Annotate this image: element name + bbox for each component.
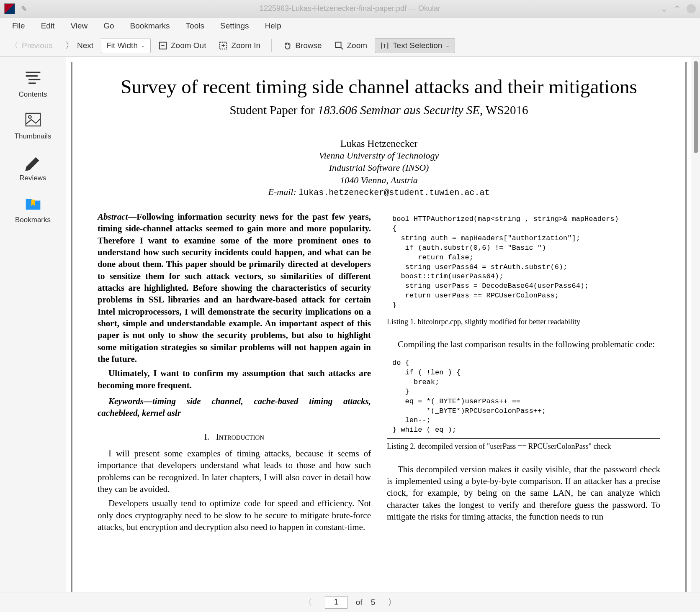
sidebar-item-bookmarks[interactable]: Bookmarks [0,188,66,230]
page-total: 5 [371,598,376,607]
right-column: bool HTTPAuthorized(map<string , string>… [387,211,660,533]
svg-rect-14 [26,113,40,126]
text-selection-button[interactable]: T Text Selection ⌄ [375,38,455,53]
sidebar-item-label: Contents [18,90,47,99]
keywords: Keywords—timing side channel, cache-base… [98,395,371,419]
minimize-icon[interactable]: ⌄ [661,4,668,14]
right-p1: Compiling the last comparison results in… [387,338,660,350]
svg-point-15 [28,115,31,118]
doc-columns: Abstract—Following information security … [98,211,660,533]
previous-button: 〈 Previous [5,37,58,54]
contents-icon [22,69,44,87]
vertical-scrollbar[interactable] [692,57,700,592]
doc-email: E-mail: lukas.hetzenecker@student.tuwien… [98,187,660,197]
menubar: File Edit View Go Bookmarks Tools Settin… [0,18,700,34]
menu-view[interactable]: View [62,19,95,33]
main-area: Contents Thumbnails Reviews Bookmarks Su… [0,57,700,592]
pdf-page[interactable]: Survey of recent timing side channel att… [71,62,687,592]
menu-settings[interactable]: Settings [212,19,257,33]
section-heading: I. Introduction [98,431,371,443]
sidebar-item-label: Bookmarks [15,216,51,224]
listing-1-caption: Listing 1. bitcoinrpc.cpp, slightly modi… [387,317,660,327]
next-button[interactable]: 〉 Next [60,37,98,54]
window-controls: ⌄ ⌃ [661,4,696,14]
thumbnails-icon [22,110,44,129]
listing-2-caption: Listing 2. decompiled version of "userPa… [387,441,660,451]
app-icon [4,3,15,14]
sidebar-item-reviews[interactable]: Reviews [0,146,66,188]
reviews-icon [22,152,44,171]
zoom-button[interactable]: Zoom [329,38,373,53]
zoom-out-icon [158,41,167,50]
chevron-down-icon: ⌄ [141,43,145,49]
svg-rect-5 [335,42,341,47]
svg-line-6 [341,47,343,49]
window-title: 1225963-Lukas-Hetzenecker-final-paper.pd… [260,4,440,13]
page-number-input[interactable] [325,596,347,609]
titlebar: ✎ 1225963-Lukas-Hetzenecker-final-paper.… [0,0,700,18]
doc-affiliation: Vienna University of Technology Industri… [98,149,660,187]
sidebar-item-label: Reviews [19,174,46,182]
page-navigator: 〈 of 5 〉 [0,592,700,612]
intro-p2: Developers usually tend to optimize code… [98,497,371,533]
menu-tools[interactable]: Tools [178,19,212,33]
right-p2: This decompiled version makes it easily … [387,463,660,523]
left-column: Abstract—Following information security … [98,211,371,533]
zoom-mode-dropdown[interactable]: Fit Width ⌄ [101,38,151,53]
menu-help[interactable]: Help [257,19,289,33]
pin-icon[interactable]: ✎ [21,4,27,13]
toolbar-separator [271,39,272,52]
close-icon[interactable] [687,4,696,13]
toolbar: 〈 Previous 〉 Next Fit Width ⌄ Zoom Out Z… [0,34,700,57]
zoom-in-icon [219,41,228,50]
doc-subtitle: Student Paper for 183.606 Seminar aus Se… [98,103,660,117]
sidebar-item-thumbnails[interactable]: Thumbnails [0,105,66,146]
chevron-right-icon: 〉 [65,40,74,51]
hand-icon [283,41,292,50]
menu-edit[interactable]: Edit [33,19,63,33]
bookmarks-icon [22,194,44,213]
chevron-left-icon: 〈 [10,40,18,51]
sidebar-item-label: Thumbnails [15,132,51,141]
menu-go[interactable]: Go [95,19,122,33]
scroll-thumb[interactable] [694,61,698,153]
listing-1: bool HTTPAuthorized(map<string , string>… [387,211,660,314]
doc-author: Lukas Hetzenecker [98,138,660,149]
menu-file[interactable]: File [4,19,33,33]
abstract-p2: Ultimately, I want to confirm my assumpt… [98,367,371,391]
page-next-button[interactable]: 〉 [383,594,401,610]
doc-title: Survey of recent timing side channel att… [98,74,660,99]
browse-button[interactable]: Browse [278,38,327,53]
intro-p1: I will present some examples of timing a… [98,448,371,495]
zoom-out-button[interactable]: Zoom Out [153,38,211,53]
magnify-icon [335,41,344,50]
zoom-in-button[interactable]: Zoom In [214,38,265,53]
listing-2: do { if ( !len ) { break; } eq = *(_BYTE… [387,355,660,439]
chevron-down-icon: ⌄ [445,43,450,49]
sidebar: Contents Thumbnails Reviews Bookmarks [0,57,66,592]
document-viewer[interactable]: Survey of recent timing side channel att… [66,57,700,592]
page-wrapper: Survey of recent timing side channel att… [66,57,692,592]
menu-bookmarks[interactable]: Bookmarks [122,19,178,33]
page-prev-button: 〈 [299,594,317,610]
page-of-label: of [356,598,363,607]
sidebar-item-contents[interactable]: Contents [0,63,66,105]
maximize-icon[interactable]: ⌃ [674,4,681,14]
abstract: Abstract—Following information security … [98,211,371,365]
text-selection-icon: T [380,41,389,50]
svg-text:T: T [383,42,386,49]
